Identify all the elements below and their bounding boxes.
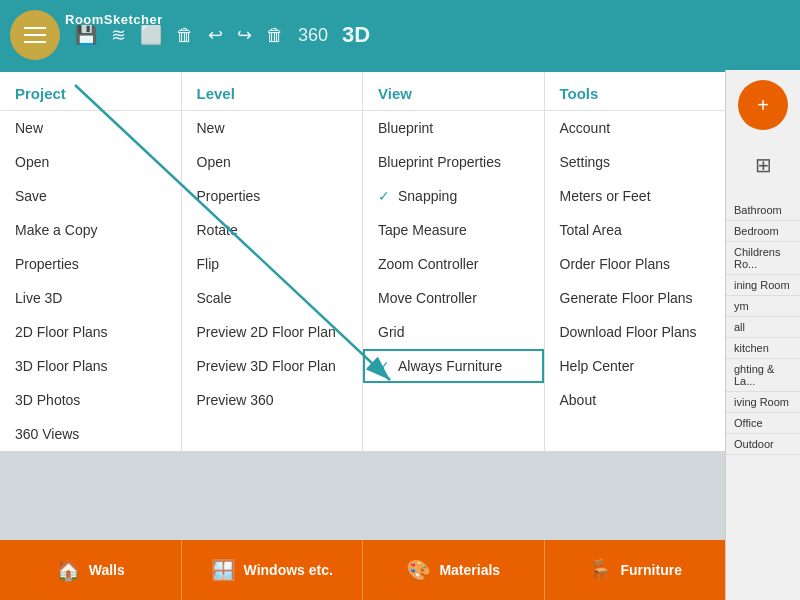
menu-item-settings[interactable]: Settings (545, 145, 726, 179)
save-icon[interactable]: 💾 (75, 24, 97, 46)
bottom-btn-icon-3: 🪑 (588, 558, 613, 582)
bottom-btn-furniture[interactable]: 🪑Furniture (545, 540, 726, 600)
menu-item-live-3d[interactable]: Live 3D (0, 281, 181, 315)
menu-item-total-area[interactable]: Total Area (545, 213, 726, 247)
grid-view-button[interactable]: ⊞ (743, 145, 783, 185)
add-button[interactable]: + (738, 80, 788, 130)
3d-icon[interactable]: 3D (342, 22, 370, 48)
menu-item-open[interactable]: Open (0, 145, 181, 179)
menu-item-order-floor-plans[interactable]: Order Floor Plans (545, 247, 726, 281)
menu-item-preview-360[interactable]: Preview 360 (182, 383, 363, 417)
right-panel: + ⊞ BathroomBedroomChildrens Ro...ining … (725, 70, 800, 600)
undo-icon[interactable]: ↩ (208, 24, 223, 46)
bottom-btn-label-2: Materials (439, 562, 500, 578)
bottom-btn-walls[interactable]: 🏠Walls (0, 540, 182, 600)
room-item-9[interactable]: Office (726, 413, 800, 434)
menu-item-3d-floor-plans[interactable]: 3D Floor Plans (0, 349, 181, 383)
toolbar-icons: 💾 ≋ ⬜ 🗑 ↩ ↪ 🗑 360 3D (75, 22, 790, 48)
bottom-btn-icon-0: 🏠 (56, 558, 81, 582)
delete-icon[interactable]: 🗑 (266, 25, 284, 46)
room-item-6[interactable]: kitchen (726, 338, 800, 359)
toolbar: RoomSketcher 💾 ≋ ⬜ 🗑 ↩ ↪ 🗑 360 3D (0, 0, 800, 70)
room-item-10[interactable]: Outdoor (726, 434, 800, 455)
room-item-8[interactable]: iving Room (726, 392, 800, 413)
menu-item-meters-or-feet[interactable]: Meters or Feet (545, 179, 726, 213)
menu-item-always-furniture[interactable]: Always Furniture (363, 349, 544, 383)
menu-item-2d-floor-plans[interactable]: 2D Floor Plans (0, 315, 181, 349)
menu-item-flip[interactable]: Flip (182, 247, 363, 281)
room-item-3[interactable]: ining Room (726, 275, 800, 296)
menu-item-about[interactable]: About (545, 383, 726, 417)
menu-header-project: Project (0, 77, 181, 111)
menu-column-tools: ToolsAccountSettingsMeters or FeetTotal … (545, 72, 726, 451)
menu-item-tape-measure[interactable]: Tape Measure (363, 213, 544, 247)
menu-item-properties[interactable]: Properties (182, 179, 363, 213)
room-icon[interactable]: ⬜ (140, 24, 162, 46)
menu-item-new[interactable]: New (0, 111, 181, 145)
bottom-btn-materials[interactable]: 🎨Materials (363, 540, 545, 600)
room-list: BathroomBedroomChildrens Ro...ining Room… (726, 200, 800, 455)
menu-item-properties[interactable]: Properties (0, 247, 181, 281)
room-item-7[interactable]: ghting & La... (726, 359, 800, 392)
menu-item-account[interactable]: Account (545, 111, 726, 145)
menu-item-move-controller[interactable]: Move Controller (363, 281, 544, 315)
menu-header-view: View (363, 77, 544, 111)
room-item-2[interactable]: Childrens Ro... (726, 242, 800, 275)
menu-column-view: ViewBlueprintBlueprint PropertiesSnappin… (363, 72, 545, 451)
menu-item-zoom-controller[interactable]: Zoom Controller (363, 247, 544, 281)
bottom-btn-label-1: Windows etc. (244, 562, 333, 578)
menu-item-3d-photos[interactable]: 3D Photos (0, 383, 181, 417)
bottom-btn-icon-1: 🪟 (211, 558, 236, 582)
menu-item-blueprint-properties[interactable]: Blueprint Properties (363, 145, 544, 179)
menu-column-project: ProjectNewOpenSaveMake a CopyPropertiesL… (0, 72, 182, 451)
layers-icon[interactable]: ≋ (111, 24, 126, 46)
menu-item-snapping[interactable]: Snapping (363, 179, 544, 213)
menu-item-blueprint[interactable]: Blueprint (363, 111, 544, 145)
bottom-toolbar: 🏠Walls🪟Windows etc.🎨Materials🪑Furniture (0, 540, 725, 600)
room-item-4[interactable]: ym (726, 296, 800, 317)
view360-icon[interactable]: 360 (298, 25, 328, 46)
bottom-btn-windows-etc.[interactable]: 🪟Windows etc. (182, 540, 364, 600)
menu-item-generate-floor-plans[interactable]: Generate Floor Plans (545, 281, 726, 315)
menu-item-360-views[interactable]: 360 Views (0, 417, 181, 451)
menu-item-save[interactable]: Save (0, 179, 181, 213)
menu-item-scale[interactable]: Scale (182, 281, 363, 315)
menu-button[interactable] (10, 10, 60, 60)
menu-item-open[interactable]: Open (182, 145, 363, 179)
trash-icon[interactable]: 🗑 (176, 25, 194, 46)
menu-column-level: LevelNewOpenPropertiesRotateFlipScalePre… (182, 72, 364, 451)
menu-item-make-a-copy[interactable]: Make a Copy (0, 213, 181, 247)
dropdown-menu: ProjectNewOpenSaveMake a CopyPropertiesL… (0, 70, 725, 451)
menu-header-level: Level (182, 77, 363, 111)
bottom-btn-label-3: Furniture (621, 562, 682, 578)
bottom-btn-label-0: Walls (89, 562, 125, 578)
room-item-5[interactable]: all (726, 317, 800, 338)
menu-item-new[interactable]: New (182, 111, 363, 145)
menu-item-preview-2d-floor-plan[interactable]: Preview 2D Floor Plan (182, 315, 363, 349)
bottom-btn-icon-2: 🎨 (406, 558, 431, 582)
redo-icon[interactable]: ↪ (237, 24, 252, 46)
menu-item-grid[interactable]: Grid (363, 315, 544, 349)
menu-item-rotate[interactable]: Rotate (182, 213, 363, 247)
room-item-1[interactable]: Bedroom (726, 221, 800, 242)
room-item-0[interactable]: Bathroom (726, 200, 800, 221)
menu-item-help-center[interactable]: Help Center (545, 349, 726, 383)
menu-item-preview-3d-floor-plan[interactable]: Preview 3D Floor Plan (182, 349, 363, 383)
menu-header-tools: Tools (545, 77, 726, 111)
menu-item-download-floor-plans[interactable]: Download Floor Plans (545, 315, 726, 349)
